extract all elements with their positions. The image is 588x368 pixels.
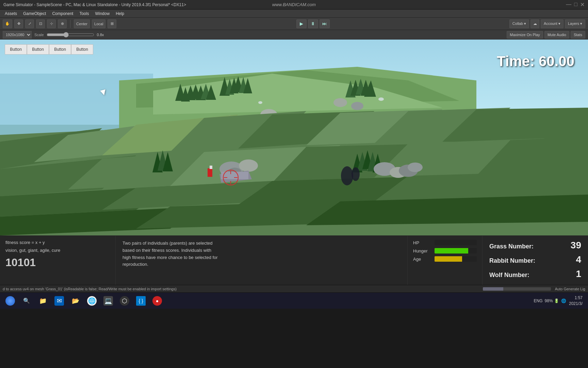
game-button-3[interactable]: Button (49, 44, 71, 55)
scale-slider[interactable] (47, 32, 94, 37)
svg-point-65 (408, 163, 423, 172)
step-button[interactable]: ⏭ (320, 19, 330, 28)
rabbit-number-row: Rabbit Number: 4 (489, 254, 581, 265)
taskbar: 🔍 📁 ✉ 📂 🌐 💻 ⬡ { } ● ENG 98% 🔋 🌐 1:57 (0, 292, 588, 309)
description-panel: Two pairs of individuals (parents) are s… (116, 236, 408, 285)
taskbar-unity[interactable]: ⬡ (117, 293, 132, 308)
maximize-play-button[interactable]: Maximize On Play (507, 31, 543, 39)
taskbar-record[interactable]: ● (150, 293, 165, 308)
menu-gameobject[interactable]: GameObject (20, 11, 49, 17)
svg-point-27 (333, 98, 347, 107)
rabbit-label: Rabbit Number: (489, 257, 535, 264)
stats-button[interactable]: Stats (571, 31, 585, 39)
grass-value: 39 (571, 240, 581, 251)
hunger-stat: Hunger (413, 248, 477, 254)
age-bar-container (435, 256, 477, 262)
file-explorer-icon: 📁 (38, 296, 48, 306)
svg-point-60 (239, 159, 258, 172)
taskbar-folder[interactable]: 📂 (68, 293, 83, 308)
progress-bar-fill (483, 287, 503, 291)
taskbar-search[interactable]: 🔍 (19, 293, 34, 308)
start-button[interactable] (3, 293, 18, 308)
window-controls[interactable]: — □ ✕ (566, 1, 585, 8)
start-icon (5, 296, 15, 306)
tool-rect[interactable]: ⊹ (47, 19, 56, 28)
status-bar: d to access uv4 on mesh 'Grass_01' (isRe… (0, 285, 588, 292)
scene-toolbar: 1920x1080 Scale 0.8x Maximize On Play Mu… (0, 30, 588, 40)
status-message: d to access uv4 on mesh 'Grass_01' (isRe… (3, 287, 483, 291)
timer-label: Time: (497, 53, 535, 69)
play-button[interactable]: ▶ (296, 19, 307, 28)
mute-audio-button[interactable]: Mute Audio (544, 31, 569, 39)
cloud-button[interactable]: ☁ (530, 19, 539, 28)
svg-rect-67 (210, 166, 212, 169)
taskbar-pc[interactable]: 💻 (101, 293, 116, 308)
game-button-4[interactable]: Button (71, 44, 93, 55)
game-button-1[interactable]: Button (5, 44, 27, 55)
stats-panel: HP Hunger Age (408, 236, 483, 285)
toolbar: ✋ ✥ ⤢ ⊡ ⊹ ⊕ Center Local ⊞ ▶ ⏸ ⏭ Collab … (0, 18, 588, 30)
scale-value: 0.8x (97, 33, 107, 37)
playback-controls: ▶ ⏸ ⏭ (118, 19, 507, 28)
maximize-btn[interactable]: □ (574, 1, 577, 8)
numbers-panel: Grass Number: 39 Rabbit Number: 4 Wolf N… (483, 236, 588, 285)
svg-point-76 (352, 167, 360, 181)
minimize-btn[interactable]: — (566, 1, 571, 8)
menu-help[interactable]: Help (113, 11, 127, 17)
tool-scale[interactable]: ⊡ (36, 19, 45, 28)
pause-button[interactable]: ⏸ (308, 19, 318, 28)
game-viewport[interactable]: Button Button Button Button Time: 60.00 (0, 40, 588, 235)
wolf-label: Wolf Number: (489, 272, 529, 279)
menu-window[interactable]: Window (92, 11, 112, 17)
menu-tools[interactable]: Tools (77, 11, 92, 17)
taskbar-browser[interactable]: 🌐 (84, 293, 99, 308)
menu-assets[interactable]: Assets (2, 11, 20, 17)
taskbar-vscode[interactable]: { } (133, 293, 148, 308)
status-right: Auto Generate Lig (483, 287, 585, 291)
pivot-toggle[interactable]: Center (74, 19, 90, 28)
age-stat: Age (413, 256, 477, 262)
space-toggle[interactable]: Local (92, 19, 105, 28)
layers-button[interactable]: Layers ▾ (565, 19, 585, 28)
record-icon: ● (152, 296, 162, 306)
hp-label: HP (413, 240, 432, 245)
tool-rotate[interactable]: ⤢ (25, 19, 34, 28)
taskbar-files[interactable]: 📁 (35, 293, 50, 308)
age-label: Age (413, 257, 432, 262)
svg-point-75 (341, 166, 353, 185)
scale-label: Scale (34, 33, 44, 37)
menu-component[interactable]: Component (49, 11, 76, 17)
resolution-select[interactable]: 1920x1080 (3, 31, 32, 39)
pc-icon: 💻 (103, 296, 113, 306)
close-btn[interactable]: ✕ (580, 1, 585, 8)
fitness-panel: fitness score = x + y vision, gut, giant… (0, 236, 116, 285)
search-icon: 🔍 (22, 296, 31, 306)
tool-move[interactable]: ✥ (14, 19, 23, 28)
svg-point-77 (258, 101, 262, 104)
collab-button[interactable]: Collab ▾ (509, 19, 529, 28)
age-bar (435, 256, 462, 262)
taskbar-system-tray: ENG 98% 🔋 🌐 1:57 2021/3/ (534, 295, 585, 307)
hp-bar-container (435, 240, 477, 245)
hunger-bar-container (435, 248, 477, 254)
fitness-formula: fitness score = x + y (5, 240, 110, 245)
game-button-2[interactable]: Button (27, 44, 49, 55)
svg-rect-66 (208, 168, 212, 177)
toolbar-right: Collab ▾ ☁ Account ▾ Layers ▾ (509, 19, 585, 28)
timer-value: 60.00 (539, 53, 574, 69)
tool-hand[interactable]: ✋ (3, 19, 12, 28)
clock-time: 1:57 (569, 295, 583, 301)
battery-percent: 98% (545, 298, 553, 303)
progress-bar-container (483, 287, 551, 291)
account-button[interactable]: Account ▾ (541, 19, 564, 28)
snap-btn[interactable]: ⊞ (108, 19, 116, 28)
traits-list: vision, gut, giant, agile, cure (5, 248, 110, 253)
rabbit-value: 4 (576, 254, 581, 265)
wolf-value: 1 (576, 269, 581, 279)
info-panel: fitness score = x + y vision, gut, giant… (0, 235, 588, 285)
tool-transform[interactable]: ⊕ (58, 19, 67, 28)
grass-label: Grass Number: (489, 243, 534, 250)
lang-indicator: ENG (534, 298, 543, 303)
menu-bar: Assets GameObject Component Tools Window… (0, 10, 588, 18)
taskbar-mail[interactable]: ✉ (52, 293, 67, 308)
